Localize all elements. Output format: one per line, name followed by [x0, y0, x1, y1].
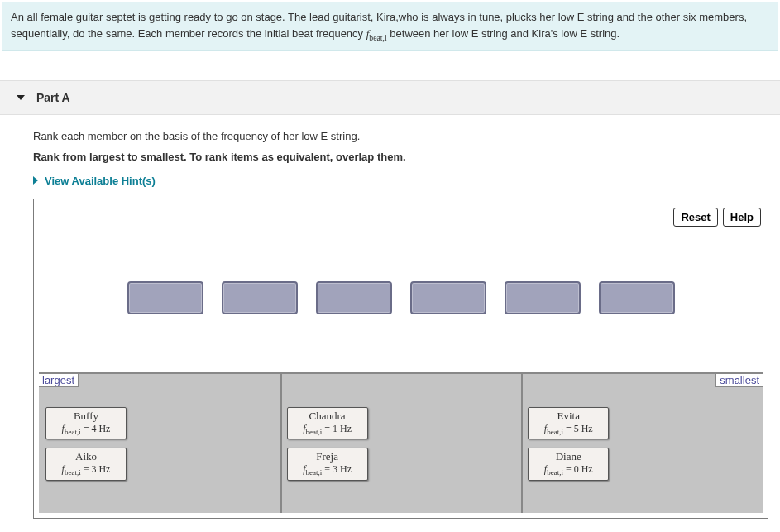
tile-name: Buffy	[46, 410, 126, 423]
instruction: Rank each member on the basis of the fre…	[33, 130, 768, 142]
tile-freq: fbeat,i = 0 Hz	[529, 463, 608, 477]
tile-name: Evita	[529, 410, 608, 423]
part-body: Rank each member on the basis of the fre…	[0, 115, 780, 532]
caret-right-icon	[33, 176, 38, 185]
rank-slot[interactable]	[505, 281, 581, 314]
part-header[interactable]: Part A	[0, 80, 780, 115]
rank-slots	[39, 235, 763, 372]
rank-slot[interactable]	[316, 281, 392, 314]
rank-tile[interactable]: Chandra fbeat,i = 1 Hz	[287, 407, 368, 439]
hints-label: View Available Hint(s)	[45, 175, 156, 187]
tile-name: Diane	[529, 450, 608, 463]
intro-text-b: between her low E string and Kira's low …	[387, 27, 620, 40]
instruction-bold: Rank from largest to smallest. To rank i…	[33, 151, 768, 163]
rank-slot[interactable]	[222, 281, 298, 314]
rank-tile[interactable]: Freja fbeat,i = 3 Hz	[287, 448, 368, 480]
reset-button[interactable]: Reset	[673, 208, 717, 227]
ranking-canvas: Reset Help largest smallest Buffy fbeat,…	[33, 199, 768, 519]
rank-area: largest smallest Buffy fbeat,i = 4 Hz Ai…	[39, 372, 763, 513]
view-hints-toggle[interactable]: View Available Hint(s)	[33, 175, 768, 187]
rank-label-largest: largest	[39, 374, 79, 387]
tile-column: Evita fbeat,i = 5 Hz Diane fbeat,i = 0 H…	[521, 407, 763, 481]
tile-freq: fbeat,i = 4 Hz	[46, 423, 126, 436]
canvas-toolbar: Reset Help	[39, 204, 763, 235]
rank-tile[interactable]: Buffy fbeat,i = 4 Hz	[45, 407, 127, 439]
problem-intro: An all female guitar septet is getting r…	[2, 2, 778, 51]
rank-tile[interactable]: Aiko fbeat,i = 3 Hz	[45, 448, 127, 480]
tile-name: Chandra	[288, 410, 367, 423]
part-label: Part A	[36, 91, 70, 104]
tile-column: Chandra fbeat,i = 1 Hz Freja fbeat,i = 3…	[280, 407, 522, 481]
tile-freq: fbeat,i = 3 Hz	[288, 463, 367, 477]
rank-slot[interactable]	[410, 281, 486, 314]
rank-tile[interactable]: Diane fbeat,i = 0 Hz	[528, 448, 609, 480]
tile-freq: fbeat,i = 3 Hz	[46, 463, 126, 477]
tile-freq: fbeat,i = 1 Hz	[288, 423, 367, 436]
rank-label-smallest: smallest	[715, 374, 763, 387]
rank-tile[interactable]: Evita fbeat,i = 5 Hz	[528, 407, 609, 439]
intro-math: fbeat,i	[366, 27, 387, 40]
caret-down-icon	[17, 95, 25, 100]
tile-column: Buffy fbeat,i = 4 Hz Aiko fbeat,i = 3 Hz	[39, 407, 280, 481]
rank-slot[interactable]	[127, 281, 203, 314]
rank-slot[interactable]	[599, 281, 675, 314]
tile-name: Aiko	[46, 450, 126, 463]
help-button[interactable]: Help	[723, 208, 761, 227]
tile-freq: fbeat,i = 5 Hz	[529, 423, 608, 436]
tile-name: Freja	[288, 450, 367, 463]
